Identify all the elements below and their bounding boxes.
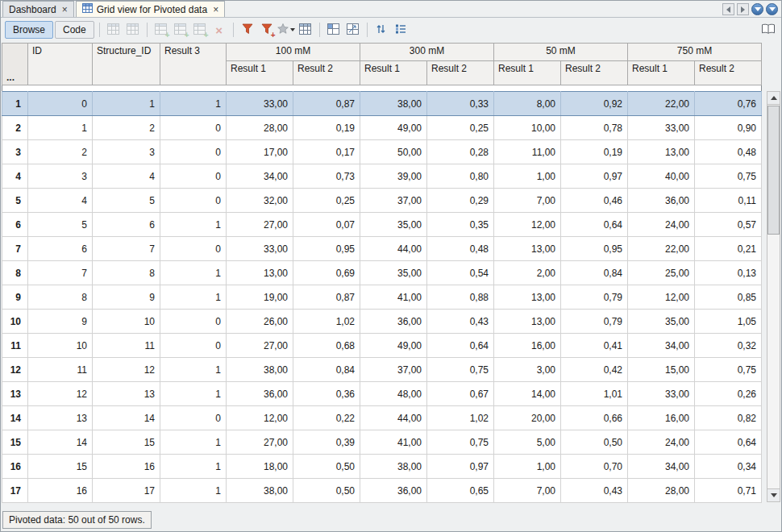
grid-cell[interactable]: 28,00 [227,116,293,140]
column-list-button[interactable] [392,21,410,39]
grid-cell[interactable]: 19,00 [227,285,293,310]
grid-cell[interactable]: 10 [93,310,160,334]
grid-cell[interactable]: 13,00 [494,237,561,261]
grid-cell[interactable]: 1 [28,116,93,140]
grid-cell[interactable]: 1,00 [494,164,561,189]
column-header-result1[interactable]: Result 1 [628,61,695,85]
grid-cell[interactable]: 0,95 [561,237,628,261]
grid-cell[interactable]: 0,97 [561,164,628,189]
add-row-button[interactable]: + [152,21,170,39]
grid-cell[interactable]: 16 [28,479,93,503]
scroll-down-button[interactable] [767,488,780,501]
grid-cell[interactable]: 0,75 [695,164,762,189]
grid-cell[interactable]: 27,00 [227,213,293,237]
grid-cell[interactable]: 12 [28,382,93,406]
grid-cell[interactable]: 0,76 [695,92,762,116]
code-toggle-button[interactable]: Code [55,21,94,39]
table-row[interactable]: 161516118,000,5038,000,971,000,7034,000,… [2,455,762,479]
grid-cell[interactable]: 0 [160,334,227,358]
vertical-scrollbar[interactable] [767,91,780,502]
grid-cell[interactable]: 48,00 [360,382,427,406]
row-number-cell[interactable]: 8 [2,261,28,285]
grid-cell[interactable]: 1 [93,92,160,116]
insert-row-above-button[interactable] [105,21,123,39]
table-row[interactable]: 212028,000,1949,000,2510,000,7833,000,90 [2,116,762,140]
insert-row-below-button[interactable] [124,21,142,39]
grid-cell[interactable]: 8 [28,285,93,310]
column-header-result1[interactable]: Result 1 [494,61,561,85]
grid-cell[interactable]: 0 [160,140,227,164]
column-header-result2[interactable]: Result 2 [695,61,762,85]
grid-cell[interactable]: 0,50 [561,430,628,455]
grid-cell[interactable]: 0,19 [561,140,628,164]
grid-cell[interactable]: 50,00 [360,140,427,164]
row-number-cell[interactable]: 9 [2,285,28,310]
duplicate-row-button[interactable]: + [172,21,189,39]
column-header-result3[interactable]: Result 3 [160,44,227,85]
grid-cell[interactable]: 0,46 [561,189,628,213]
scroll-tabs-left-button[interactable] [722,3,734,15]
grid-cell[interactable]: 38,00 [227,479,293,503]
grid-cell[interactable]: 1 [160,261,227,285]
table-row[interactable]: 989119,000,8741,000,8813,000,7912,000,85 [2,285,762,310]
grid-cell[interactable]: 14,00 [494,382,561,406]
grid-cell[interactable]: 0,90 [695,116,762,140]
grid-cell[interactable]: 0,25 [427,116,494,140]
group-header-50mM[interactable]: 50 mM [494,44,628,61]
grid-cell[interactable]: 0,50 [293,455,360,479]
column-header-result2[interactable]: Result 2 [427,61,494,85]
table-row[interactable]: 171617138,000,5036,000,657,000,4328,000,… [2,479,762,503]
row-number-cell[interactable]: 12 [2,358,28,382]
close-icon[interactable]: × [62,5,68,15]
grid-cell[interactable]: 13 [28,406,93,430]
grid-cell[interactable]: 33,00 [227,92,293,116]
column-header-result1[interactable]: Result 1 [227,61,293,85]
grid-cell[interactable]: 0,36 [293,382,360,406]
grid-cell[interactable]: 22,00 [628,237,695,261]
grid-cell[interactable]: 25,00 [628,261,695,285]
grid-cell[interactable]: 1,01 [561,382,628,406]
row-number-cell[interactable]: 3 [2,140,28,164]
grid-cell[interactable]: 35,00 [628,310,695,334]
group-header-300mM[interactable]: 300 mM [360,44,494,61]
grid-cell[interactable]: 1,02 [293,310,360,334]
grid-cell[interactable]: 0 [160,189,227,213]
grid-cell[interactable]: 0,28 [427,140,494,164]
grid-cell[interactable]: 0,29 [427,189,494,213]
transpose-button[interactable] [344,21,362,39]
grid-cell[interactable]: 8,00 [494,92,561,116]
column-header-result2[interactable]: Result 2 [293,61,360,85]
grid-cell[interactable]: 0,82 [695,406,762,430]
grid-cell[interactable]: 35,00 [360,213,427,237]
grid-cell[interactable]: 39,00 [360,164,427,189]
grid-cell[interactable]: 7 [28,261,93,285]
grid-cell[interactable]: 37,00 [360,189,427,213]
group-header-100mM[interactable]: 100 mM [227,44,360,61]
grid-cell[interactable]: 0,48 [695,140,762,164]
grid-cell[interactable]: 0,70 [561,455,628,479]
grid-cell[interactable]: 0,79 [561,285,628,310]
grid-cell[interactable]: 12,00 [628,285,695,310]
grid-cell[interactable]: 0,42 [561,358,628,382]
grid-cell[interactable]: 36,00 [360,310,427,334]
grid-cell[interactable]: 41,00 [360,285,427,310]
grid-cell[interactable]: 0 [28,92,93,116]
row-number-cell[interactable]: 14 [2,406,28,430]
grid-cell[interactable]: 0,19 [293,116,360,140]
scroll-tabs-right-button[interactable] [737,3,749,15]
grid-cell[interactable]: 24,00 [628,213,695,237]
grid-cell[interactable]: 0,57 [695,213,762,237]
grid-cell[interactable]: 1 [160,92,227,116]
grid-cell[interactable]: 22,00 [628,92,695,116]
grid-cell[interactable]: 0,87 [293,285,360,310]
table-row[interactable]: 151415127,000,3941,000,755,000,5024,000,… [2,430,762,455]
grid-cell[interactable]: 0,85 [695,285,762,310]
grid-cell[interactable]: 0,11 [695,189,762,213]
grid-cell[interactable]: 16,00 [494,334,561,358]
grid-cell[interactable]: 24,00 [628,430,695,455]
grid-cell[interactable]: 34,00 [628,334,695,358]
grid-cell[interactable]: 3 [93,140,160,164]
grid-cell[interactable]: 28,00 [628,479,695,503]
grid-cell[interactable]: 37,00 [360,358,427,382]
grid-cell[interactable]: 0,69 [293,261,360,285]
